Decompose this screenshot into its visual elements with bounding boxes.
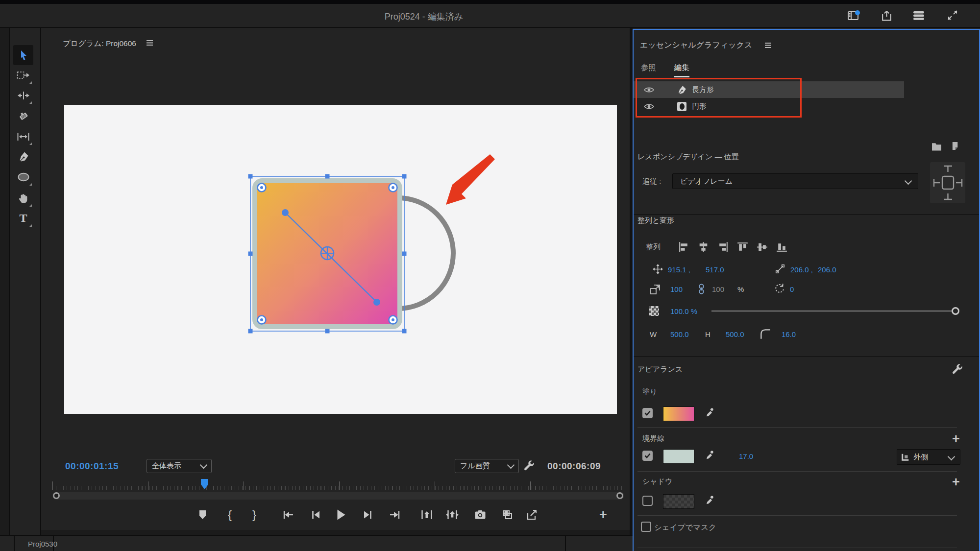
mask-with-shape-checkbox[interactable] [641,522,651,532]
tab-edit[interactable]: 編集 [674,63,689,77]
row-divider [637,515,957,516]
zoom-scrollbar-left-handle[interactable] [53,492,60,499]
play-button[interactable] [334,507,348,522]
stroke-style-select[interactable]: 外側 [897,449,960,465]
eyedropper-icon[interactable] [702,449,715,462]
add-shadow-button[interactable]: + [952,477,960,487]
folder-icon[interactable] [931,142,942,151]
selection-tool[interactable] [13,45,33,65]
pin-to-video-frame-widget[interactable] [930,162,965,203]
slip-tool[interactable] [13,126,33,146]
export-frame-button[interactable] [473,507,488,522]
extract-button[interactable] [445,507,460,522]
mark-in-button[interactable]: { [222,507,237,522]
workspace-icon[interactable] [847,10,860,22]
premiere-window: Proj0524 - 編集済み [0,0,980,551]
opacity-value[interactable]: 100.0 % [670,307,697,315]
shadow-color-swatch[interactable] [663,494,694,509]
visibility-eye-icon[interactable] [643,86,655,94]
new-layer-icon[interactable] [951,141,960,151]
eg-panel-title: エッセンシャルグラフィックス [640,40,752,50]
width-value[interactable]: 500.0 [670,330,689,338]
panel-menu-icon[interactable] [764,42,772,48]
shadow-enabled-checkbox[interactable] [642,496,653,506]
fill-enabled-checkbox[interactable] [642,408,653,418]
fullscreen-icon[interactable] [947,9,958,21]
eyedropper-icon[interactable] [702,407,715,419]
visibility-eye-icon[interactable] [643,103,655,110]
stacked-panels-icon[interactable] [912,10,925,21]
scale-value[interactable]: 100 [670,285,683,293]
ellipse-tool[interactable] [13,167,33,187]
chevron-down-icon [507,461,515,469]
go-to-in-button[interactable] [281,507,296,522]
layer-row-circle[interactable]: 円形 [634,98,904,115]
zoom-scrollbar-track[interactable] [52,492,624,500]
corner-radius-icon [759,328,772,340]
project-panel-tab[interactable]: Proj0530 [28,540,57,548]
share-icon[interactable] [881,9,893,22]
zoom-level-select[interactable]: 全体表示 [147,459,212,473]
type-tool[interactable]: T [13,208,33,228]
export-button[interactable] [525,507,539,522]
wrench-icon[interactable] [951,363,963,376]
essential-graphics-panel: エッセンシャルグラフィックス 参照 編集 長方形 円形 [633,29,980,551]
lift-button[interactable] [419,507,434,522]
step-back-button[interactable] [309,507,323,522]
sequence-duration: 00:00:06:09 [547,461,601,472]
fill-color-swatch[interactable] [663,407,694,421]
stroke-enabled-checkbox[interactable] [642,451,653,461]
track-select-forward-tool[interactable] [13,65,33,85]
mark-out-button[interactable]: } [247,507,262,522]
eyedropper-icon[interactable] [702,494,715,507]
ripple-edit-tool[interactable] [13,85,33,105]
rotation-icon [773,282,786,295]
add-stroke-button[interactable]: + [952,434,960,444]
align-bottom-icon[interactable] [776,241,788,253]
align-top-icon[interactable] [736,241,749,253]
razor-tool[interactable] [13,106,33,126]
playback-quality-select[interactable]: フル画質 [455,459,519,473]
shape-mask-icon [677,102,686,111]
position-y-value[interactable]: 517.0 [706,265,724,274]
panel-menu-icon[interactable] [146,40,153,46]
layer-row-rectangle[interactable]: 長方形 [634,81,904,98]
scale-linked-value[interactable]: 100 [712,285,724,293]
tab-browse[interactable]: 参照 [641,63,656,73]
program-canvas[interactable] [64,105,617,414]
rotation-value[interactable]: 0 [790,285,794,293]
align-left-icon[interactable] [678,241,690,253]
opacity-icon [649,306,659,316]
align-middle-v-icon[interactable] [756,241,768,253]
anchor-y-value[interactable]: 206.0 [818,265,836,274]
hand-tool[interactable] [13,188,33,208]
height-value[interactable]: 500.0 [726,330,744,338]
align-center-h-icon[interactable] [697,241,710,253]
pen-tool[interactable] [13,146,33,167]
playback-timecode[interactable]: 00:00:01:15 [65,461,119,472]
anchor-x-value[interactable]: 206.0 , [790,265,813,274]
stroke-color-swatch[interactable] [663,449,694,464]
responsive-section-title: レスポンシブデザイン — 位置 [637,152,739,162]
add-marker-button[interactable] [195,507,210,522]
settings-wrench-icon[interactable] [523,460,535,472]
stroke-width-value[interactable]: 17.0 [739,452,753,460]
time-ruler[interactable] [52,481,624,490]
opacity-slider-handle[interactable] [952,307,959,315]
follow-label: 追従 : [642,177,661,186]
align-right-icon[interactable] [717,241,729,253]
position-x-value[interactable]: 915.1 , [668,265,690,274]
comparison-view-button[interactable] [500,507,514,522]
button-editor-plus[interactable]: + [596,507,611,522]
mask-with-shape-label: シェイプでマスク [654,523,716,533]
zoom-scrollbar-right-handle[interactable] [616,492,623,499]
follow-select[interactable]: ビデオフレーム [672,173,918,189]
go-to-out-button[interactable] [387,507,402,522]
step-forward-button[interactable] [360,507,375,522]
link-scale-icon[interactable] [697,283,706,295]
corner-radius-value[interactable]: 16.0 [782,330,796,338]
chevron-down-icon [948,453,956,461]
layer-label: 円形 [692,102,707,111]
opacity-slider-track[interactable] [711,311,955,311]
strip-divider [565,535,566,551]
